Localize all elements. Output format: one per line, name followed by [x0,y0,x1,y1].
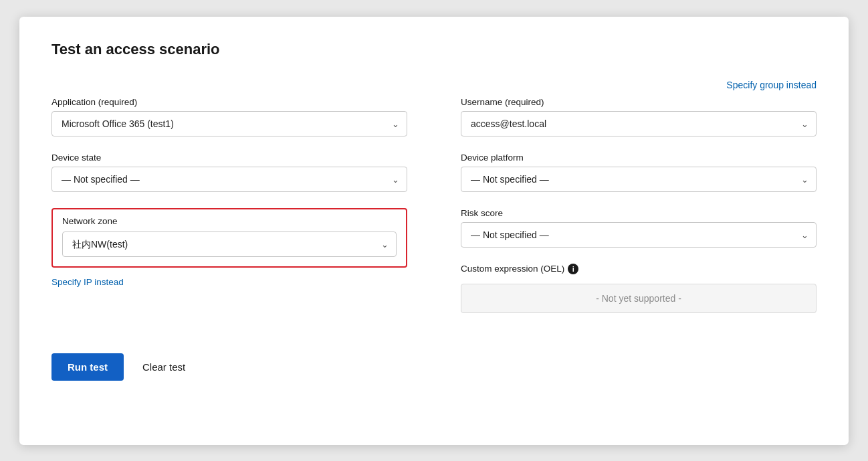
run-test-button[interactable]: Run test [51,353,124,381]
device-platform-label: Device platform [461,153,817,163]
risk-score-field-group: Risk score — Not specified — ⌄ [461,208,817,248]
right-column: Username (required) access@test.local ⌄ … [461,97,817,329]
device-platform-select-wrapper: — Not specified — ⌄ [461,167,817,192]
network-zone-select-wrapper: 社内NW(test) ⌄ [62,232,397,257]
specify-group-link[interactable]: Specify group instead [726,80,817,90]
username-label: Username (required) [461,97,817,107]
network-zone-select[interactable]: 社内NW(test) [62,232,397,257]
custom-expression-label: Custom expression (OEL) [461,264,564,274]
clear-test-button[interactable]: Clear test [140,353,188,381]
username-field-group: Username (required) access@test.local ⌄ [461,97,817,136]
specify-ip-link[interactable]: Specify IP instead [51,277,124,287]
device-state-label: Device state [51,153,407,163]
application-label: Application (required) [51,97,407,107]
custom-expression-info-icon[interactable]: i [568,264,578,274]
risk-score-label: Risk score [461,208,817,218]
custom-expression-label-row: Custom expression (OEL) i [461,264,817,274]
username-select[interactable]: access@test.local [461,111,817,136]
application-field-group: Application (required) Microsoft Office … [51,97,407,136]
username-select-wrapper: access@test.local ⌄ [461,111,817,136]
form-grid: Application (required) Microsoft Office … [51,97,817,329]
device-state-field-group: Device state — Not specified — ⌄ [51,153,407,192]
device-platform-field-group: Device platform — Not specified — ⌄ [461,153,817,192]
device-state-select[interactable]: — Not specified — [51,167,407,192]
risk-score-select-wrapper: — Not specified — ⌄ [461,222,817,248]
button-row: Run test Clear test [51,353,817,381]
custom-expression-field-group: Custom expression (OEL) i - Not yet supp… [461,264,817,313]
risk-score-select[interactable]: — Not specified — [461,222,817,248]
application-select[interactable]: Microsoft Office 365 (test1) [51,111,407,136]
top-link-row: Specify group instead [51,80,817,90]
network-zone-highlighted-box: Network zone 社内NW(test) ⌄ [51,208,407,268]
device-state-select-wrapper: — Not specified — ⌄ [51,167,407,192]
page-title: Test an access scenario [51,41,817,58]
application-select-wrapper: Microsoft Office 365 (test1) ⌄ [51,111,407,136]
main-card: Test an access scenario Specify group in… [19,17,849,445]
device-platform-select[interactable]: — Not specified — [461,167,817,192]
left-column: Application (required) Microsoft Office … [51,97,407,329]
custom-expression-input: - Not yet supported - [461,284,817,313]
network-zone-label: Network zone [62,216,397,226]
